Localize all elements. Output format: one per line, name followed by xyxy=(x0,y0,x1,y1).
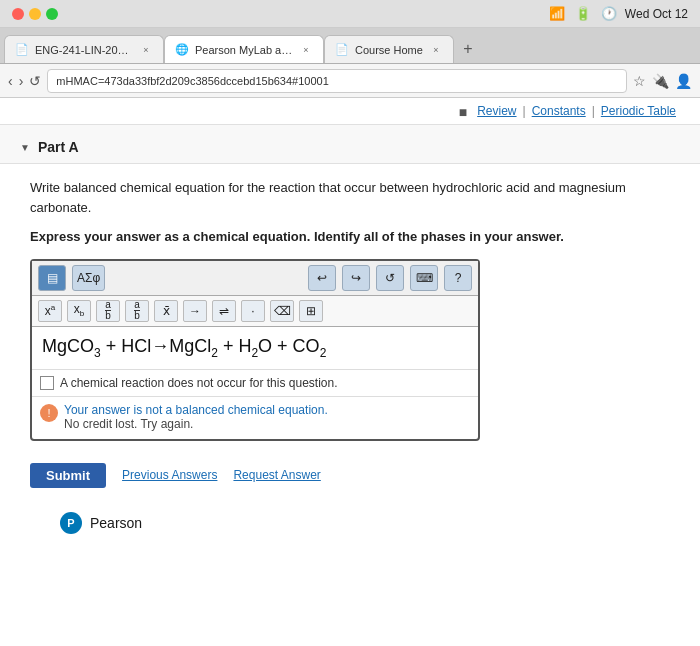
feedback-sub: No credit lost. Try again. xyxy=(64,417,328,431)
frac-a-button[interactable]: ab xyxy=(96,300,120,322)
delete-icon: ⌫ xyxy=(274,304,291,318)
traffic-lights xyxy=(12,8,58,20)
menubar-date: Wed Oct 12 xyxy=(625,7,688,21)
pearson-logo-icon: P xyxy=(60,512,82,534)
template-button[interactable]: ▤ xyxy=(38,265,66,291)
forward-button[interactable]: › xyxy=(19,73,24,89)
subscript-button[interactable]: xb xyxy=(67,300,91,322)
collapse-arrow-icon[interactable]: ▼ xyxy=(20,142,30,153)
feedback-area: ! Your answer is not a balanced chemical… xyxy=(32,396,478,439)
no-reaction-checkbox[interactable] xyxy=(40,376,54,390)
review-link[interactable]: Review xyxy=(477,104,516,120)
periodic-table-link[interactable]: Periodic Table xyxy=(601,104,676,120)
main-content: Write balanced chemical equation for the… xyxy=(0,164,700,562)
undo-button[interactable]: ↩ xyxy=(308,265,336,291)
redo-button[interactable]: ↪ xyxy=(342,265,370,291)
menubar-left xyxy=(12,8,58,20)
tab-course-home-close[interactable]: × xyxy=(429,43,443,57)
bookmark-icon[interactable]: ☆ xyxy=(633,73,646,89)
wifi-icon: 📶 xyxy=(549,6,565,21)
tab-pearson-close[interactable]: × xyxy=(299,43,313,57)
tab-eng241-icon: 📄 xyxy=(15,43,29,56)
addressbar-icons: ☆ 🔌 👤 xyxy=(633,73,692,89)
pearson-footer: P Pearson xyxy=(30,498,670,548)
submit-row: Submit Previous Answers Request Answer xyxy=(30,451,670,498)
equation-input-area[interactable]: MgCO3 + HCl→MgCl2 + H2O + CO2 xyxy=(32,327,478,369)
equation-formula: MgCO3 + HCl→MgCl2 + H2O + CO2 xyxy=(42,336,326,360)
frac-a-icon: ab xyxy=(105,300,111,321)
help-button[interactable]: ? xyxy=(444,265,472,291)
tab-eng241-close[interactable]: × xyxy=(139,43,153,57)
feedback-content: Your answer is not a balanced chemical e… xyxy=(64,403,328,431)
submit-button[interactable]: Submit xyxy=(30,463,106,488)
addressbar: ‹ › ↺ mHMAC=473da33fbf2d209c3856dccebd15… xyxy=(0,64,700,98)
keyboard-button[interactable]: ⌨ xyxy=(410,265,438,291)
top-links-bar: ■ Review | Constants | Periodic Table xyxy=(0,98,700,125)
dot-button[interactable]: · xyxy=(241,300,265,322)
no-reaction-label: A chemical reaction does not occur for t… xyxy=(60,376,337,390)
menubar-icons: 📶 🔋 🕐 xyxy=(549,6,617,21)
no-reaction-row: A chemical reaction does not occur for t… xyxy=(32,369,478,396)
tab-course-home[interactable]: 📄 Course Home × xyxy=(324,35,454,63)
equation-editor: ▤ AΣφ ↩ ↪ ↺ ⌨ ? xa xb xyxy=(30,259,480,441)
battery-icon: 🔋 xyxy=(575,6,591,21)
feedback-main: Your answer is not a balanced chemical e… xyxy=(64,403,328,417)
refresh-button[interactable]: ↺ xyxy=(29,73,41,89)
arrow-icon: → xyxy=(189,304,201,318)
pearson-brand-label: Pearson xyxy=(90,515,142,531)
eq-toolbar-row1: ▤ AΣφ ↩ ↪ ↺ ⌨ ? xyxy=(32,261,478,296)
instruction-text: Express your answer as a chemical equati… xyxy=(30,227,670,247)
template-icon: ▤ xyxy=(47,271,58,285)
close-window-button[interactable] xyxy=(12,8,24,20)
question-text: Write balanced chemical equation for the… xyxy=(30,178,670,217)
sigma-button[interactable]: AΣφ xyxy=(72,265,105,291)
reset-button[interactable]: ↺ xyxy=(376,265,404,291)
grid-button[interactable]: ⊞ xyxy=(299,300,323,322)
arrow-button[interactable]: → xyxy=(183,300,207,322)
keyboard-icon: ⌨ xyxy=(416,271,433,285)
back-button[interactable]: ‹ xyxy=(8,73,13,89)
tab-eng241[interactable]: 📄 ENG-241-LIN-2022F × xyxy=(4,35,164,63)
delete-button[interactable]: ⌫ xyxy=(270,300,294,322)
separator1: | xyxy=(523,104,526,120)
part-a-header: ▼ Part A xyxy=(0,125,700,164)
menubar: 📶 🔋 🕐 Wed Oct 12 xyxy=(0,0,700,28)
superscript-icon: xa xyxy=(45,303,55,318)
equilibrium-button[interactable]: ⇌ xyxy=(212,300,236,322)
extension-icon[interactable]: 🔌 xyxy=(652,73,669,89)
previous-answers-button[interactable]: Previous Answers xyxy=(122,468,217,482)
maximize-window-button[interactable] xyxy=(46,8,58,20)
url-bar[interactable]: mHMAC=473da33fbf2d209c3856dccebd15b634#1… xyxy=(47,69,627,93)
new-tab-button[interactable]: + xyxy=(454,35,482,63)
subscript-icon: xb xyxy=(74,302,84,318)
constants-link[interactable]: Constants xyxy=(532,104,586,120)
separator2: | xyxy=(592,104,595,120)
page-content: ■ Review | Constants | Periodic Table ▼ … xyxy=(0,98,700,646)
tab-pearson-label: Pearson MyLab and M xyxy=(195,44,293,56)
grid-icon: ⊞ xyxy=(306,304,316,318)
tab-course-home-icon: 📄 xyxy=(335,43,349,56)
tabbar: 📄 ENG-241-LIN-2022F × 🌐 Pearson MyLab an… xyxy=(0,28,700,64)
tab-eng241-label: ENG-241-LIN-2022F xyxy=(35,44,133,56)
frac-ab-icon: ab xyxy=(134,300,140,321)
url-text: mHMAC=473da33fbf2d209c3856dccebd15b634#1… xyxy=(56,75,328,87)
xbar-button[interactable]: x̄ xyxy=(154,300,178,322)
part-a-label: Part A xyxy=(38,139,79,155)
equilibrium-icon: ⇌ xyxy=(219,304,229,318)
minimize-window-button[interactable] xyxy=(29,8,41,20)
feedback-warning-icon: ! xyxy=(40,404,58,422)
request-answer-button[interactable]: Request Answer xyxy=(233,468,320,482)
frac-ab-button[interactable]: ab xyxy=(125,300,149,322)
clock-icon: 🕐 xyxy=(601,6,617,21)
superscript-button[interactable]: xa xyxy=(38,300,62,322)
tab-pearson[interactable]: 🌐 Pearson MyLab and M × xyxy=(164,35,324,63)
profile-icon[interactable]: 👤 xyxy=(675,73,692,89)
dot-icon: · xyxy=(251,304,254,318)
tab-course-home-label: Course Home xyxy=(355,44,423,56)
eq-toolbar-row2: xa xb ab ab x̄ → ⇌ xyxy=(32,296,478,327)
review-icon: ■ xyxy=(459,104,467,120)
xbar-icon: x̄ xyxy=(163,304,170,318)
tab-pearson-icon: 🌐 xyxy=(175,43,189,56)
